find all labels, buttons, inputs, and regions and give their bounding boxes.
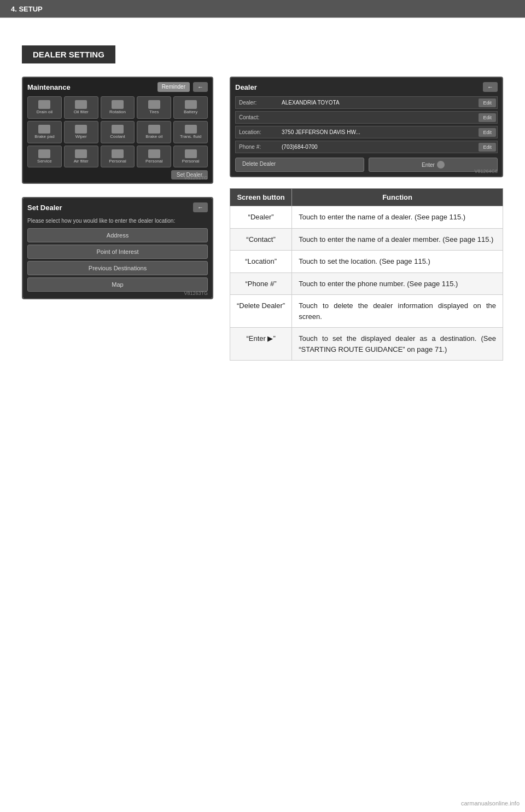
table-row: “Enter ▶” Touch to set the displayed dea… xyxy=(230,328,503,361)
set-dealer-screen-mockup: Set Dealer ← Please select how you would… xyxy=(22,197,213,299)
dealer-row: Dealer: ALEXANDRIA TOYOTA Edit xyxy=(235,96,498,109)
func-contact: Touch to enter the name of a dealer memb… xyxy=(292,228,503,251)
func-location: Touch to set the location. (See page 115… xyxy=(292,251,503,273)
screen-btn-delete-dealer: “Delete Dealer” xyxy=(230,295,292,328)
maint-item-oil-filter[interactable]: Oil filter xyxy=(64,96,98,119)
dealer-label: Dealer: xyxy=(236,97,279,108)
phone-value: (703)684-0700 xyxy=(279,141,477,153)
dealer-info-screen-mockup: Dealer ← Dealer: ALEXANDRIA TOYOTA Edit … xyxy=(230,77,503,177)
func-delete-dealer: Touch to delete the dealer information d… xyxy=(292,295,503,328)
set-dealer-title: Set Dealer xyxy=(27,204,62,212)
phone-edit-button[interactable]: Edit xyxy=(479,143,496,152)
func-enter: Touch to set the displayed dealer as a d… xyxy=(292,328,503,361)
page-header: 4. SETUP xyxy=(0,0,525,18)
brake-oil-icon xyxy=(148,125,160,134)
dealer-info-back-button[interactable]: ← xyxy=(483,82,498,92)
wiper-icon xyxy=(75,125,87,134)
two-column-layout: Maintenance Reminder ← Drain oil Oil fil… xyxy=(22,77,503,361)
contact-label: Contact: xyxy=(236,112,279,123)
table-row: “Dealer” Touch to enter the name of a de… xyxy=(230,206,503,229)
maint-item-service[interactable]: Service xyxy=(27,146,62,168)
dealer-info-watermark: V81264C8 xyxy=(474,169,498,174)
maint-item-coolant[interactable]: Coolant xyxy=(101,121,135,143)
maintenance-watermark: V81261TG xyxy=(184,175,208,181)
maint-item-brake-pad[interactable]: Brake pad xyxy=(27,121,62,143)
screen-btn-dealer: “Dealer” xyxy=(230,206,292,229)
dealer-info-footer: Delete Dealer Enter xyxy=(235,158,498,172)
maint-item-battery[interactable]: Battery xyxy=(173,96,208,119)
rotation-icon xyxy=(112,100,124,109)
set-dealer-watermark: V81263TG xyxy=(184,291,208,296)
maintenance-back-button[interactable]: ← xyxy=(193,82,208,92)
sd-option-address[interactable]: Address xyxy=(27,228,208,242)
screen-btn-enter: “Enter ▶” xyxy=(230,328,292,361)
oil-filter-icon xyxy=(75,100,87,109)
maint-item-personal2[interactable]: Personal xyxy=(137,146,171,168)
maint-item-rotation[interactable]: Rotation xyxy=(101,96,135,119)
reminder-button[interactable]: Reminder xyxy=(158,82,190,92)
location-value: 3750 JEFFERSON DAVIS HW... xyxy=(279,126,477,138)
air-filter-icon xyxy=(75,149,87,158)
delete-dealer-button[interactable]: Delete Dealer xyxy=(235,158,364,172)
sd-option-prev-dest[interactable]: Previous Destinations xyxy=(27,261,208,275)
screen-btn-contact: “Contact” xyxy=(230,228,292,251)
phone-row: Phone #: (703)684-0700 Edit xyxy=(235,141,498,153)
personal2-icon xyxy=(148,149,160,158)
tires-icon xyxy=(148,100,160,109)
maintenance-screen-mockup: Maintenance Reminder ← Drain oil Oil fil… xyxy=(22,77,213,184)
drain-oil-icon xyxy=(38,100,50,109)
contact-edit-button[interactable]: Edit xyxy=(479,113,496,122)
location-edit-button[interactable]: Edit xyxy=(479,128,496,137)
dealer-edit-button[interactable]: Edit xyxy=(479,98,496,107)
maintenance-grid-row2: Brake pad Wiper Coolant Brake oil xyxy=(27,121,208,143)
maint-item-personal1[interactable]: Personal xyxy=(101,146,135,168)
trans-fluid-icon xyxy=(185,125,197,134)
func-phone: Touch to enter the phone number. (See pa… xyxy=(292,272,503,295)
brake-pad-icon xyxy=(38,125,50,134)
service-icon xyxy=(38,149,50,158)
maint-item-brake-oil[interactable]: Brake oil xyxy=(137,121,171,143)
enter-icon xyxy=(437,161,445,169)
right-column: Dealer ← Dealer: ALEXANDRIA TOYOTA Edit … xyxy=(230,77,503,361)
sd-option-map[interactable]: Map xyxy=(27,277,208,292)
left-column: Maintenance Reminder ← Drain oil Oil fil… xyxy=(22,77,213,312)
location-row: Location: 3750 JEFFERSON DAVIS HW... Edi… xyxy=(235,126,498,138)
location-label: Location: xyxy=(236,126,279,138)
function-table: Screen button Function “Dealer” Touch to… xyxy=(230,188,503,361)
table-body: “Dealer” Touch to enter the name of a de… xyxy=(230,206,503,361)
set-dealer-area: Set Dealer xyxy=(27,170,208,178)
table-row: “Location” Touch to set the location. (S… xyxy=(230,251,503,273)
footer-watermark: carmanualsonline.info xyxy=(461,800,520,807)
battery-icon xyxy=(185,100,197,109)
screen-btn-phone: “Phone #” xyxy=(230,272,292,295)
coolant-icon xyxy=(112,125,124,134)
set-dealer-header: Set Dealer ← xyxy=(27,202,208,212)
maint-item-drain-oil[interactable]: Drain oil xyxy=(27,96,62,119)
phone-label: Phone #: xyxy=(236,141,279,153)
sd-option-poi[interactable]: Point of Interest xyxy=(27,245,208,259)
personal1-icon xyxy=(112,149,124,158)
main-content: DEALER SETTING Maintenance Reminder ← Dr… xyxy=(0,29,525,377)
maint-item-air-filter[interactable]: Air filter xyxy=(64,146,98,168)
personal3-icon xyxy=(185,149,197,158)
table-row: “Delete Dealer” Touch to delete the deal… xyxy=(230,295,503,328)
func-dealer: Touch to enter the name of a dealer. (Se… xyxy=(292,206,503,229)
contact-value xyxy=(279,115,477,120)
dealer-value: ALEXANDRIA TOYOTA xyxy=(279,97,477,108)
maintenance-header: Maintenance Reminder ← xyxy=(27,82,208,92)
col-header-function: Function xyxy=(292,189,503,206)
set-dealer-prompt: Please select how you would like to ente… xyxy=(27,218,208,224)
maintenance-grid-row3: Service Air filter Personal Personal xyxy=(27,146,208,168)
set-dealer-screen-inner: Set Dealer ← Please select how you would… xyxy=(23,198,212,298)
maint-item-tires[interactable]: Tires xyxy=(137,96,171,119)
set-dealer-back-button[interactable]: ← xyxy=(193,202,208,212)
table-row: “Contact” Touch to enter the name of a d… xyxy=(230,228,503,251)
maint-item-wiper[interactable]: Wiper xyxy=(64,121,98,143)
section-heading: DEALER SETTING xyxy=(22,45,115,63)
contact-row: Contact: Edit xyxy=(235,111,498,124)
col-header-screen-btn: Screen button xyxy=(230,189,292,206)
dealer-info-title: Dealer xyxy=(235,83,257,91)
maint-item-personal3[interactable]: Personal xyxy=(173,146,208,168)
header-title: 4. SETUP xyxy=(11,5,43,13)
maint-item-trans-fluid[interactable]: Trans. fluid xyxy=(173,121,208,143)
